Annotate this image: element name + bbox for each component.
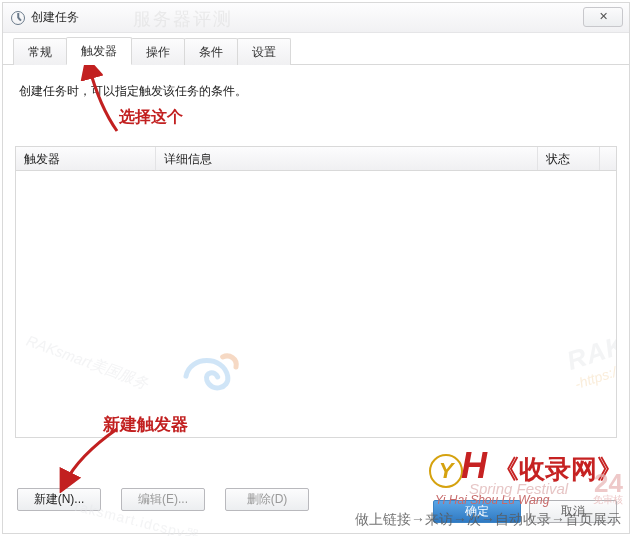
dialog-window: 创建任务 ✕ 服务器评测 常规 触发器 操作 条件 设置 创建任务时，可以指定触… [2,2,630,534]
col-trigger[interactable]: 触发器 [16,147,156,170]
close-button[interactable]: ✕ [583,7,623,27]
delete-button[interactable]: 删除(D) [225,488,309,511]
table-header: 触发器 详细信息 状态 [16,147,616,171]
clock-icon [11,11,25,25]
edit-button[interactable]: 编辑(E)... [121,488,205,511]
instruction-text: 创建任务时，可以指定触发该任务的条件。 [19,83,613,100]
new-button[interactable]: 新建(N)... [17,488,101,511]
tab-triggers[interactable]: 触发器 [66,37,132,65]
triggers-table[interactable]: 触发器 详细信息 状态 RAK -https:// [15,146,617,438]
tab-settings[interactable]: 设置 [237,38,291,65]
col-detail[interactable]: 详细信息 [156,147,538,170]
tab-body: 创建任务时，可以指定触发该任务的条件。 触发器 详细信息 状态 RAK -htt… [3,65,629,533]
tab-strip: 常规 触发器 操作 条件 设置 [3,33,629,65]
tab-conditions[interactable]: 条件 [184,38,238,65]
watermark-top: 服务器评测 [133,7,233,31]
window-title: 创建任务 [31,9,79,26]
close-icon: ✕ [599,11,608,22]
table-body[interactable] [16,171,616,437]
client-area: 常规 触发器 操作 条件 设置 创建任务时，可以指定触发该任务的条件。 触发器 … [3,33,629,533]
col-spacer [600,147,616,170]
titlebar: 创建任务 ✕ 服务器评测 [3,3,629,33]
col-status[interactable]: 状态 [538,147,600,170]
tab-actions[interactable]: 操作 [131,38,185,65]
watermark-banner: 做上链接→来访→次→自动收录→首页展示 [355,511,621,529]
tab-general[interactable]: 常规 [13,38,67,65]
